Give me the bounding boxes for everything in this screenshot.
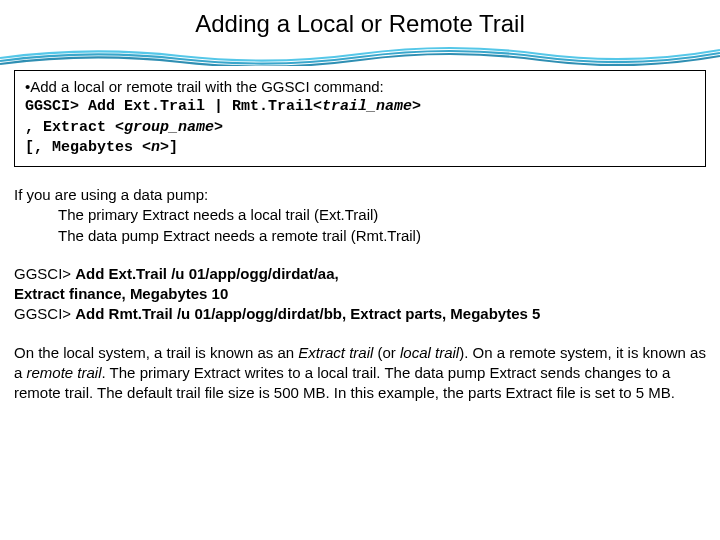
command-syntax-box: • Add a local or remote trail with the G… xyxy=(14,70,706,167)
group-name-param: group_name xyxy=(124,119,214,136)
syntax-line-3: [, Megabytes <n>] xyxy=(25,138,695,158)
pump-line-3: The data pump Extract needs a remote tra… xyxy=(14,226,706,246)
pump-line-1: If you are using a data pump: xyxy=(14,185,706,205)
syntax-intro: • Add a local or remote trail with the G… xyxy=(25,77,695,97)
cmd-part: > xyxy=(214,119,223,136)
syntax-line-2: , Extract <group_name> xyxy=(25,118,695,138)
prompt: GGSCI> xyxy=(25,98,88,115)
explanation-paragraph: On the local system, a trail is known as… xyxy=(14,343,706,404)
data-pump-note: If you are using a data pump: The primar… xyxy=(14,185,706,246)
syntax-line-1: GGSCI> Add Ext.Trail | Rmt.Trail<trail_n… xyxy=(25,97,695,117)
para-em: local trail xyxy=(400,344,459,361)
cmd-part: [, Megabytes < xyxy=(25,139,151,156)
para-em: remote trail xyxy=(27,364,102,381)
wave-decoration xyxy=(0,44,720,66)
example-commands: GGSCI> Add Ext.Trail /u 01/app/ogg/dirda… xyxy=(14,264,706,325)
para-em: Extract trail xyxy=(298,344,377,361)
prompt: GGSCI> xyxy=(14,265,75,282)
prompt: GGSCI> xyxy=(14,305,75,322)
cmd-part: >] xyxy=(160,139,178,156)
para-text: (or xyxy=(377,344,400,361)
cmd-part: Add Ext.Trail | Rmt.Trail< xyxy=(88,98,322,115)
cmd-text: Add Ext.Trail /u 01/app/ogg/dirdat/aa, xyxy=(75,265,338,282)
example-line-3: GGSCI> Add Rmt.Trail /u 01/app/ogg/dirda… xyxy=(14,304,706,324)
page-title: Adding a Local or Remote Trail xyxy=(0,0,720,44)
pump-line-2: The primary Extract needs a local trail … xyxy=(14,205,706,225)
example-line-1: GGSCI> Add Ext.Trail /u 01/app/ogg/dirda… xyxy=(14,264,706,284)
n-param: n xyxy=(151,139,160,156)
para-text: On the local system, a trail is known as… xyxy=(14,344,298,361)
cmd-text: Add Rmt.Trail /u 01/app/ogg/dirdat/bb, E… xyxy=(75,305,540,322)
para-text: . The primary Extract writes to a local … xyxy=(14,364,675,401)
example-line-2: Extract finance, Megabytes 10 xyxy=(14,284,706,304)
cmd-part: , Extract < xyxy=(25,119,124,136)
cmd-part: > xyxy=(412,98,421,115)
trail-name-param: trail_name xyxy=(322,98,412,115)
intro-text: Add a local or remote trail with the GGS… xyxy=(30,78,383,95)
